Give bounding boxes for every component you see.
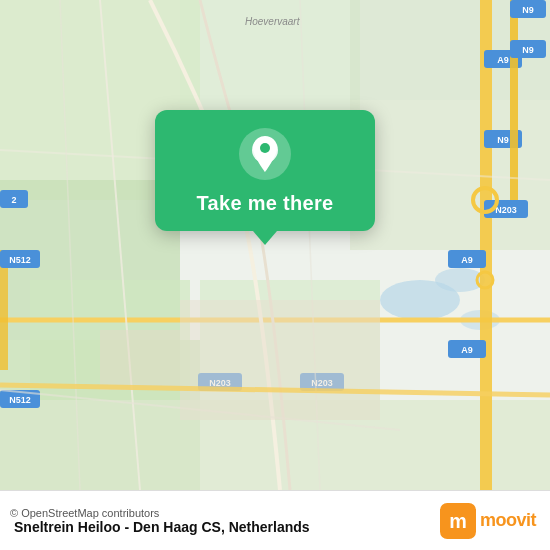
- svg-text:N9: N9: [522, 5, 534, 15]
- svg-text:m: m: [449, 510, 467, 532]
- bottom-bar: © OpenStreetMap contributors Sneltrein H…: [0, 490, 550, 550]
- svg-text:N9: N9: [522, 45, 534, 55]
- svg-text:A9: A9: [461, 345, 473, 355]
- svg-text:Hoevervaart: Hoevervaart: [245, 16, 301, 27]
- location-pin-icon: [249, 136, 281, 172]
- osm-credit: © OpenStreetMap contributors: [10, 507, 310, 519]
- moovit-brand-text: moovit: [480, 510, 536, 531]
- bottom-info: © OpenStreetMap contributors Sneltrein H…: [10, 507, 310, 535]
- svg-rect-49: [100, 330, 180, 390]
- svg-rect-18: [480, 0, 492, 490]
- svg-text:N512: N512: [9, 395, 31, 405]
- take-me-there-button[interactable]: Take me there: [197, 192, 334, 215]
- svg-text:N203: N203: [495, 205, 517, 215]
- location-name: Sneltrein Heiloo - Den Haag CS, Netherla…: [14, 519, 310, 535]
- navigation-popup[interactable]: Take me there: [155, 110, 375, 231]
- svg-text:N9: N9: [497, 135, 509, 145]
- svg-rect-48: [180, 300, 380, 420]
- svg-text:A9: A9: [497, 55, 509, 65]
- svg-point-53: [260, 143, 270, 153]
- svg-rect-29: [510, 0, 518, 200]
- map-area: N203 N203 A9 N9 N203 A9 A9 N9 N9 N512 N5…: [0, 0, 550, 490]
- svg-text:2: 2: [11, 195, 16, 205]
- moovit-icon: m: [440, 503, 476, 539]
- svg-text:N512: N512: [9, 255, 31, 265]
- location-icon-circle: [239, 128, 291, 180]
- svg-text:A9: A9: [461, 255, 473, 265]
- moovit-logo: m moovit: [440, 503, 536, 539]
